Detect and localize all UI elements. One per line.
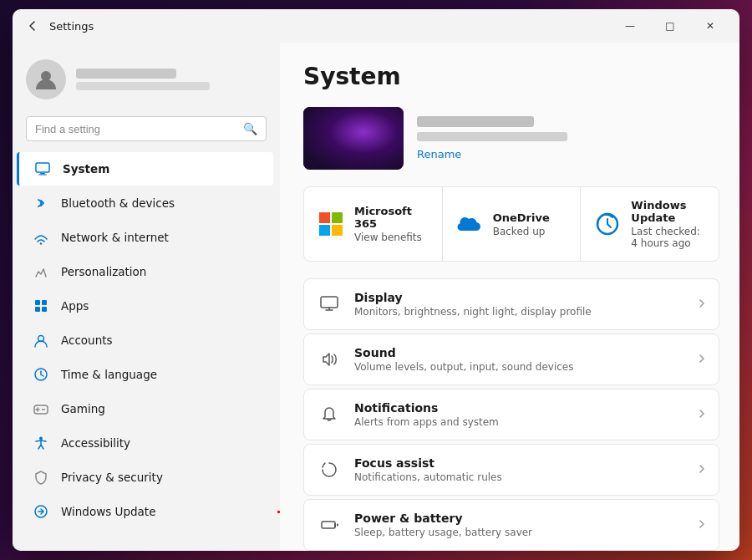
maximize-button[interactable]: □: [651, 13, 689, 39]
search-input[interactable]: [35, 123, 236, 135]
chevron-right-icon: [699, 519, 705, 532]
main-content: 🔍 SystemBluetooth & devicesNetwork & int…: [13, 43, 739, 551]
sidebar-item-accessibility[interactable]: Accessibility: [19, 426, 273, 460]
settings-window: Settings — □ ✕: [13, 9, 739, 551]
microsoft365-subtitle: View benefits: [354, 232, 429, 243]
avatar: [26, 59, 66, 99]
chevron-right-icon: [699, 354, 705, 366]
settings-item-sub-focus-assist: Notifications, automatic rules: [354, 471, 685, 483]
sidebar-item-privacy[interactable]: Privacy & security: [19, 461, 273, 494]
hero-account-info: [417, 132, 567, 141]
settings-item-sub-display: Monitors, brightness, night light, displ…: [354, 306, 685, 318]
sidebar-profile[interactable]: [13, 49, 280, 113]
hero-info: Rename: [417, 116, 567, 160]
sidebar-item-label-gaming: Gaming: [61, 402, 105, 415]
svg-rect-2: [40, 173, 45, 175]
sidebar-item-label-apps: Apps: [61, 299, 89, 313]
microsoft365-title: Microsoft 365: [354, 205, 429, 230]
onedrive-text: OneDrive Backed up: [493, 211, 550, 237]
power-battery-icon: [318, 513, 341, 537]
sidebar-item-label-bluetooth: Bluetooth & devices: [61, 196, 175, 210]
settings-item-notifications[interactable]: NotificationsAlerts from apps and system: [303, 389, 719, 440]
sidebar-item-network[interactable]: Network & internet: [19, 221, 273, 254]
sidebar-item-label-network: Network & internet: [61, 231, 169, 244]
rename-link[interactable]: Rename: [417, 148, 567, 160]
svg-rect-23: [337, 524, 338, 527]
sidebar-item-time[interactable]: Time & language: [19, 358, 273, 391]
svg-rect-7: [35, 307, 40, 312]
info-cards-row: Microsoft 365 View benefits OneDrive Bac…: [303, 186, 719, 262]
close-button[interactable]: ✕: [691, 13, 729, 39]
settings-item-sub-power-battery: Sleep, battery usage, battery saver: [354, 527, 685, 538]
focus-assist-icon: [318, 458, 341, 481]
windows-update-card-subtitle: Last checked: 4 hours ago: [631, 226, 705, 249]
settings-item-display[interactable]: DisplayMonitors, brightness, night light…: [303, 278, 719, 330]
svg-point-14: [39, 437, 43, 440]
settings-item-text-focus-assist: Focus assistNotifications, automatic rul…: [354, 456, 685, 483]
svg-rect-21: [321, 297, 338, 308]
svg-rect-19: [332, 225, 343, 236]
right-panel: System Rename: [280, 43, 739, 551]
sidebar-item-windows-update[interactable]: Windows Update: [19, 495, 273, 528]
settings-item-title-power-battery: Power & battery: [354, 512, 685, 525]
settings-item-title-display: Display: [354, 291, 685, 304]
chevron-right-icon: [699, 409, 705, 421]
minimize-button[interactable]: —: [611, 13, 649, 39]
sidebar-item-label-personalization: Personalization: [61, 265, 146, 278]
windows-update-arrow: [277, 506, 280, 517]
hero-card: Rename: [303, 107, 719, 170]
notifications-icon: [318, 403, 341, 426]
accessibility-icon: [33, 435, 49, 451]
sidebar-item-accounts[interactable]: Accounts: [19, 323, 273, 357]
sidebar-item-gaming[interactable]: Gaming: [19, 392, 273, 425]
sidebar-item-bluetooth[interactable]: Bluetooth & devices: [19, 186, 273, 220]
windows-update-icon: [33, 503, 49, 520]
sound-icon: [318, 348, 341, 371]
svg-rect-3: [38, 175, 47, 176]
settings-item-title-focus-assist: Focus assist: [354, 456, 685, 470]
windows-update-card[interactable]: Windows Update Last checked: 4 hours ago: [581, 187, 719, 261]
bluetooth-icon: [33, 195, 49, 211]
hero-device-name: [417, 116, 534, 127]
window-controls: — □ ✕: [611, 13, 729, 39]
svg-point-12: [43, 409, 45, 410]
search-bar[interactable]: 🔍: [26, 116, 267, 141]
sidebar-item-system[interactable]: System: [17, 152, 273, 186]
microsoft365-card[interactable]: Microsoft 365 View benefits: [304, 187, 443, 261]
svg-point-4: [40, 242, 42, 244]
display-icon: [318, 293, 341, 316]
svg-rect-18: [319, 225, 330, 236]
title-bar: Settings — □ ✕: [13, 9, 739, 43]
svg-rect-8: [42, 307, 47, 312]
personalization-icon: [33, 263, 49, 280]
settings-list: DisplayMonitors, brightness, night light…: [303, 278, 719, 551]
settings-item-focus-assist[interactable]: Focus assistNotifications, automatic rul…: [303, 444, 719, 496]
back-button[interactable]: [23, 16, 43, 36]
settings-item-text-display: DisplayMonitors, brightness, night light…: [354, 291, 685, 318]
svg-rect-22: [322, 522, 335, 528]
accounts-icon: [33, 332, 49, 349]
onedrive-card[interactable]: OneDrive Backed up: [443, 187, 582, 261]
network-icon: [33, 229, 49, 246]
search-icon[interactable]: 🔍: [243, 122, 257, 135]
chevron-right-icon: [699, 298, 705, 311]
sidebar-item-label-time: Time & language: [61, 368, 157, 381]
svg-rect-16: [319, 212, 330, 223]
settings-item-sub-sound: Volume levels, output, input, sound devi…: [354, 361, 685, 373]
settings-item-title-notifications: Notifications: [354, 401, 685, 415]
chevron-right-icon: [699, 464, 705, 476]
sidebar-item-apps[interactable]: Apps: [19, 289, 273, 323]
microsoft365-text: Microsoft 365 View benefits: [354, 205, 429, 243]
svg-rect-1: [36, 163, 49, 172]
svg-point-13: [42, 409, 43, 410]
windows-update-icon: [594, 211, 621, 237]
settings-item-sound[interactable]: SoundVolume levels, output, input, sound…: [303, 333, 719, 385]
profile-name: [76, 69, 176, 79]
sidebar-item-label-privacy: Privacy & security: [61, 471, 163, 484]
settings-item-sub-notifications: Alerts from apps and system: [354, 416, 685, 428]
sidebar-item-personalization[interactable]: Personalization: [19, 255, 273, 288]
settings-item-power-battery[interactable]: Power & batterySleep, battery usage, bat…: [303, 499, 719, 551]
page-title: System: [303, 63, 719, 90]
settings-item-text-sound: SoundVolume levels, output, input, sound…: [354, 346, 685, 373]
window-title: Settings: [49, 20, 94, 33]
